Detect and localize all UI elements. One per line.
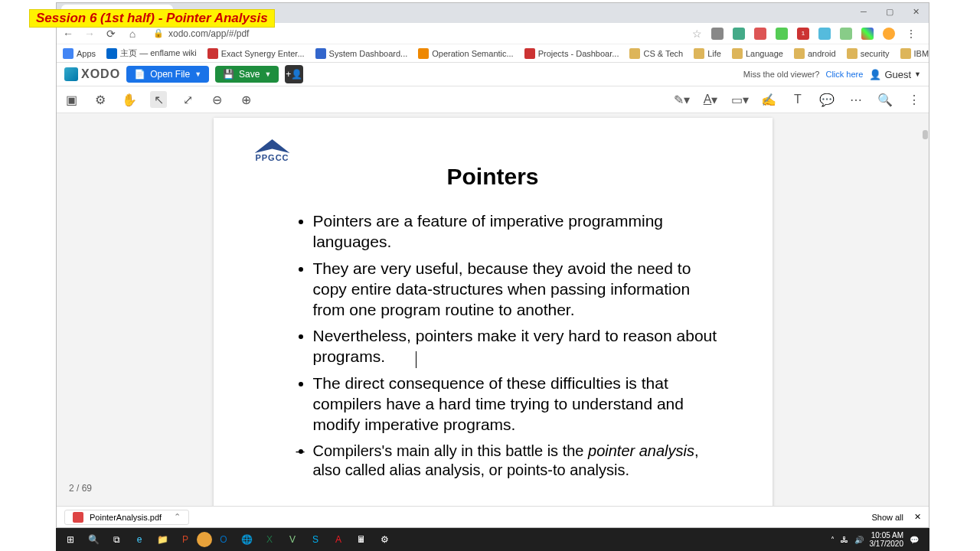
extension-icon[interactable] [776, 28, 788, 40]
download-filename: PointerAnalysis.pdf [90, 513, 162, 522]
bookmark-item[interactable]: System Dashboard... [315, 48, 408, 59]
document-viewport[interactable]: PPGCC Pointers Pointers are a feature of… [57, 113, 929, 506]
close-shelf-icon[interactable]: ✕ [914, 512, 921, 522]
menu-icon[interactable]: ⋮ [904, 28, 918, 40]
notifications-icon[interactable]: 💬 [910, 536, 919, 544]
text-tool-icon[interactable]: T [789, 91, 806, 108]
bullet-item: They are very useful, because they avoid… [313, 259, 719, 321]
network-icon[interactable]: 🖧 [841, 536, 848, 544]
home-icon[interactable]: ⌂ [126, 28, 139, 40]
reload-icon[interactable]: ⟳ [104, 28, 118, 40]
window-controls: ─ ▢ ✕ [851, 3, 929, 20]
ppgcc-logo: PPGCC [255, 139, 290, 162]
select-tool-icon[interactable]: ↖ [150, 91, 167, 108]
session-overlay-label: Session 6 (1st half) - Pointer Analysis [29, 9, 275, 28]
forward-icon[interactable]: → [83, 28, 96, 40]
system-tray[interactable]: ˄ 🖧 🔊 10:05 AM 3/17/2020 💬 [831, 531, 927, 548]
bookmark-folder[interactable]: security [847, 48, 890, 59]
highlight-tool-icon[interactable]: ✎▾ [673, 91, 690, 108]
search-icon[interactable]: 🔍 [877, 91, 893, 108]
calculator-icon[interactable]: 🖩 [350, 528, 373, 551]
xodo-toolbar: ▣ ⚙ ✋ ↖ ⤢ ⊖ ⊕ ✎▾ A▾ ▭▾ ✍ T 💬 ⋯ 🔍 ⋮ [57, 86, 929, 113]
comment-tool-icon[interactable]: 💬 [818, 91, 835, 108]
powerpoint-icon[interactable]: P [174, 528, 197, 551]
url-field[interactable]: 🔒 xodo.com/app/#/pdf [147, 28, 682, 39]
maximize-button[interactable]: ▢ [877, 3, 903, 20]
click-here-link[interactable]: Click here [825, 70, 863, 79]
bookmarks-bar: Apps 主页 — enflame wiki Exact Synergy Ent… [57, 44, 929, 63]
back-icon[interactable]: ← [61, 28, 75, 40]
settings-icon[interactable]: ⚙ [92, 91, 109, 108]
start-button[interactable]: ⊞ [59, 528, 82, 551]
bookmark-folder[interactable]: Life [694, 48, 721, 59]
snap-tool-icon[interactable]: ⤢ [179, 91, 196, 108]
guest-menu[interactable]: 👤 Guest ▼ [869, 69, 921, 80]
more-tools-icon[interactable]: ⋯ [848, 91, 864, 108]
lock-icon: 🔒 [153, 28, 164, 38]
browser-window: ─ ▢ ✕ PointerAnalysis.pdf × + ← → ⟳ ⌂ 🔒 … [56, 2, 929, 528]
explorer-icon[interactable]: 📁 [151, 528, 174, 551]
extensions: 1 ⋮ [711, 28, 924, 40]
extension-icon[interactable]: 1 [797, 28, 809, 40]
slide-bullets: Pointers are a feature of imperative pro… [244, 211, 742, 481]
acrobat-icon[interactable]: A [327, 528, 350, 551]
text-cursor [416, 351, 416, 368]
app-icon[interactable]: V [281, 528, 304, 551]
text-style-icon[interactable]: A▾ [702, 91, 719, 108]
zoom-out-icon[interactable]: ⊖ [208, 91, 225, 108]
bookmark-item[interactable]: Projects - Dashboar... [524, 48, 619, 59]
app-icon[interactable] [197, 532, 212, 547]
open-file-button[interactable]: 📄 Open File ▼ [126, 66, 209, 83]
bookmark-item[interactable]: Operation Semantic... [418, 48, 513, 59]
clock[interactable]: 10:05 AM 3/17/2020 [870, 531, 904, 548]
bookmark-item[interactable]: 主页 — enflame wiki [106, 47, 197, 59]
bullet-item: Nevertheless, pointers make it very hard… [313, 326, 719, 367]
signature-tool-icon[interactable]: ✍ [760, 91, 777, 108]
extension-icon[interactable] [840, 28, 852, 40]
task-view-icon[interactable]: ⧉ [105, 528, 128, 551]
show-all-link[interactable]: Show all [871, 513, 903, 522]
bookmark-folder[interactable]: IBM [900, 48, 929, 59]
bookmark-folder[interactable]: Language [732, 48, 783, 59]
xodo-logo[interactable]: XODO [64, 67, 120, 81]
bookmark-item[interactable]: Exact Synergy Enter... [207, 48, 305, 59]
bookmark-folder[interactable]: CS & Tech [629, 48, 683, 59]
toolbar-menu-icon[interactable]: ⋮ [906, 91, 923, 108]
chevron-up-icon[interactable]: ⌃ [174, 512, 181, 522]
slide-title: Pointers [244, 164, 742, 190]
pdf-file-icon [73, 512, 83, 523]
settings-taskbar-icon[interactable]: ⚙ [373, 528, 396, 551]
skype-icon[interactable]: S [304, 528, 327, 551]
pan-tool-icon[interactable]: ✋ [121, 91, 138, 108]
edge-icon[interactable]: e [128, 528, 151, 551]
extension-icon[interactable] [861, 28, 874, 40]
extension-icon[interactable] [733, 28, 745, 40]
tray-chevron-icon[interactable]: ˄ [831, 536, 835, 544]
download-item[interactable]: PointerAnalysis.pdf ⌃ [64, 510, 189, 525]
apps-button[interactable]: Apps [63, 48, 96, 59]
volume-icon[interactable]: 🔊 [854, 536, 864, 544]
shape-tool-icon[interactable]: ▭▾ [731, 91, 748, 108]
add-collaborator-button[interactable]: +👤 [285, 65, 303, 83]
bullet-item: The direct consequence of these difficul… [313, 373, 719, 435]
panel-toggle-icon[interactable]: ▣ [63, 91, 80, 108]
minimize-button[interactable]: ─ [851, 3, 877, 20]
bookmark-folder[interactable]: android [794, 48, 836, 59]
old-viewer-text: Miss the old viewer? [743, 70, 820, 79]
chrome-icon[interactable]: 🌐 [235, 528, 258, 551]
star-icon[interactable]: ☆ [690, 28, 704, 40]
search-taskbar-icon[interactable]: 🔍 [82, 528, 105, 551]
downloads-shelf: PointerAnalysis.pdf ⌃ Show all ✕ [57, 506, 929, 527]
close-window-button[interactable]: ✕ [903, 3, 929, 20]
extension-icon[interactable] [711, 28, 724, 40]
outlook-icon[interactable]: O [212, 528, 235, 551]
zoom-in-icon[interactable]: ⊕ [237, 91, 254, 108]
scrollbar-thumb[interactable] [923, 130, 928, 139]
excel-icon[interactable]: X [258, 528, 281, 551]
url-text: xodo.com/app/#/pdf [168, 28, 249, 39]
extension-icon[interactable] [818, 28, 831, 40]
extension-icon[interactable] [883, 28, 895, 40]
pdf-page: PPGCC Pointers Pointers are a feature of… [214, 118, 773, 506]
extension-icon[interactable] [754, 28, 766, 40]
save-button[interactable]: 💾 Save ▼ [215, 66, 279, 83]
